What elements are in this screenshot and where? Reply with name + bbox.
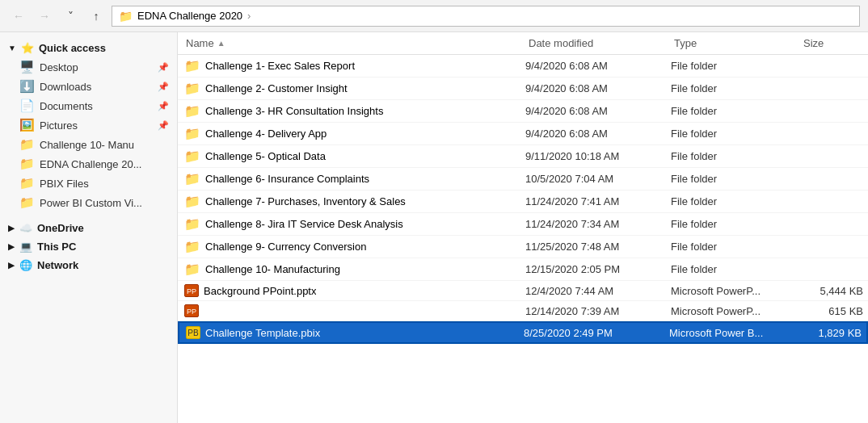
star-icon: ⭐ [21, 42, 34, 54]
file-name-text: Challenge 4- Delivery App [205, 128, 327, 140]
thispc-label: This PC [37, 241, 76, 253]
col-header-name[interactable]: Name ▲ [178, 32, 520, 54]
col-header-date[interactable]: Date modified [520, 32, 666, 54]
file-type-cell: Microsoft PowerP... [666, 282, 795, 300]
quick-access-header[interactable]: ▼ ⭐ Quick access [0, 39, 177, 57]
sidebar-item-desktop-label: Desktop [40, 61, 78, 73]
col-header-size[interactable]: Size [795, 32, 868, 54]
file-date-cell: 8/25/2020 2:49 PM [519, 324, 664, 342]
path-chevron: › [247, 10, 251, 22]
file-type-cell: File folder [666, 170, 795, 188]
onedrive-header[interactable]: ▶ ☁️ OneDrive [0, 219, 177, 237]
file-date-cell: 11/25/2020 7:48 AM [520, 237, 666, 256]
table-row[interactable]: 📁 Challenge 4- Delivery App 9/4/2020 6:0… [178, 123, 868, 145]
network-header[interactable]: ▶ 🌐 Network [0, 256, 177, 274]
table-row[interactable]: 📁 Challenge 2- Customer Insight 9/4/2020… [178, 77, 868, 100]
onedrive-icon: ☁️ [19, 222, 32, 234]
table-row[interactable]: 📁 Challenge 7- Purchases, Inventory & Sa… [178, 191, 868, 213]
file-date-cell: 12/4/2020 7:44 AM [520, 282, 666, 300]
column-headers: Name ▲ Date modified Type Size [178, 32, 868, 55]
file-name-cell: PB Challenge Template.pbix [179, 323, 519, 342]
file-type-cell: Microsoft Power B... [664, 324, 794, 342]
sidebar-item-pbix[interactable]: 📁 PBIX Files [0, 174, 177, 193]
sidebar-item-challenge10[interactable]: 📁 Challenge 10- Manu [0, 135, 177, 154]
table-row[interactable]: PP 12/14/2020 7:39 AM Microsoft PowerP..… [178, 301, 868, 321]
sidebar-item-edna2020[interactable]: 📁 EDNA Challenge 20... [0, 154, 177, 174]
file-type-cell: File folder [666, 237, 795, 256]
up-button[interactable]: ↑ [86, 6, 107, 27]
folder-icon-edna: 📁 [19, 157, 35, 171]
pptx-icon: PP [184, 304, 199, 317]
file-name-cell: 📁 Challenge 9- Currency Conversion [178, 236, 520, 258]
folder-icon-powerbi: 📁 [19, 195, 35, 210]
file-name-cell: PP [178, 301, 520, 320]
forward-button[interactable]: → [34, 6, 55, 27]
sidebar-item-pictures[interactable]: 🖼️ Pictures 📌 [0, 115, 177, 135]
file-name-text: Challenge 8- Jira IT Service Desk Analys… [205, 218, 403, 230]
file-size-cell: 5,444 KB [795, 282, 868, 300]
file-size-cell [795, 153, 868, 160]
sidebar-item-powerbi-label: Power BI Custom Vi... [40, 197, 142, 209]
file-name-cell: 📁 Challenge 10- Manufacturing [178, 258, 520, 280]
folder-icon: 📁 [184, 81, 200, 96]
file-type-cell: File folder [666, 124, 795, 143]
title-bar: ← → ˅ ↑ 📁 EDNA Challenge 2020 › [0, 0, 868, 32]
folder-icon-pbix: 📁 [19, 176, 35, 191]
file-name-cell: 📁 Challenge 4- Delivery App [178, 123, 520, 144]
table-row[interactable]: PB Challenge Template.pbix 8/25/2020 2:4… [178, 321, 868, 344]
file-name-cell: 📁 Challenge 6- Insurance Complaints [178, 168, 520, 190]
thispc-header[interactable]: ▶ 💻 This PC [0, 237, 177, 256]
file-size-cell [795, 108, 868, 115]
file-date-cell: 9/4/2020 6:08 AM [520, 102, 666, 120]
back-button[interactable]: ← [8, 6, 29, 27]
sidebar-item-pbix-label: PBIX Files [40, 178, 89, 190]
onedrive-label: OneDrive [37, 222, 84, 234]
chevron-icon-thispc: ▶ [8, 242, 15, 251]
sidebar-item-downloads[interactable]: ⬇️ Downloads 📌 [0, 77, 177, 96]
file-date-cell: 9/4/2020 6:08 AM [520, 57, 666, 75]
sidebar-item-edna-label: EDNA Challenge 20... [40, 158, 141, 170]
file-date-cell: 9/11/2020 10:18 AM [520, 147, 666, 165]
history-button[interactable]: ˅ [60, 6, 81, 27]
file-name-cell: 📁 Challenge 3- HR Consultation Insights [178, 100, 520, 122]
table-row[interactable]: 📁 Challenge 8- Jira IT Service Desk Anal… [178, 213, 868, 236]
table-row[interactable]: 📁 Challenge 6- Insurance Complaints 10/5… [178, 168, 868, 191]
address-bar[interactable]: 📁 EDNA Challenge 2020 › [112, 6, 860, 27]
file-name-text: Challenge 1- Exec Sales Report [205, 60, 355, 72]
pictures-icon: 🖼️ [19, 118, 35, 132]
folder-icon: 📁 [184, 216, 200, 232]
file-name-cell: 📁 Challenge 7- Purchases, Inventory & Sa… [178, 191, 520, 212]
file-type-cell: File folder [666, 192, 795, 211]
file-size-cell: 1,829 KB [794, 324, 866, 342]
file-date-cell: 10/5/2020 7:04 AM [520, 170, 666, 188]
file-size-cell [795, 199, 868, 205]
sidebar-item-documents[interactable]: 📄 Documents 📌 [0, 96, 177, 115]
folder-icon: 📁 [184, 262, 200, 277]
col-header-type[interactable]: Type [666, 32, 795, 54]
chevron-icon: ▼ [8, 44, 16, 52]
table-row[interactable]: 📁 Challenge 9- Currency Conversion 11/25… [178, 236, 868, 258]
sidebar-item-desktop[interactable]: 🖥️ Desktop 📌 [0, 57, 177, 77]
file-type-cell: File folder [666, 260, 795, 279]
desktop-icon: 🖥️ [19, 60, 35, 74]
folder-icon: 📁 [184, 171, 200, 186]
file-size-cell [795, 221, 868, 228]
file-size-cell [795, 176, 868, 182]
table-row[interactable]: 📁 Challenge 10- Manufacturing 12/15/2020… [178, 258, 868, 281]
file-name-cell: 📁 Challenge 1- Exec Sales Report [178, 55, 520, 77]
file-size-cell [795, 131, 868, 137]
file-name-text: Challenge 5- Optical Data [205, 150, 326, 162]
folder-icon: 📁 [184, 103, 200, 119]
table-row[interactable]: 📁 Challenge 1- Exec Sales Report 9/4/202… [178, 55, 868, 77]
main-area: ▼ ⭐ Quick access 🖥️ Desktop 📌 ⬇️ Downloa… [0, 32, 868, 423]
sidebar-item-powerbi[interactable]: 📁 Power BI Custom Vi... [0, 193, 177, 212]
table-row[interactable]: PP Background PPoint.pptx 12/4/2020 7:44… [178, 281, 868, 301]
folder-icon-challenge10: 📁 [19, 137, 35, 152]
file-size-cell [795, 266, 868, 273]
chevron-icon-network: ▶ [8, 261, 15, 270]
table-row[interactable]: 📁 Challenge 5- Optical Data 9/11/2020 10… [178, 145, 868, 168]
folder-icon: 📁 [184, 194, 200, 209]
file-name-cell: 📁 Challenge 5- Optical Data [178, 145, 520, 167]
file-list: 📁 Challenge 1- Exec Sales Report 9/4/202… [178, 55, 868, 344]
table-row[interactable]: 📁 Challenge 3- HR Consultation Insights … [178, 100, 868, 123]
